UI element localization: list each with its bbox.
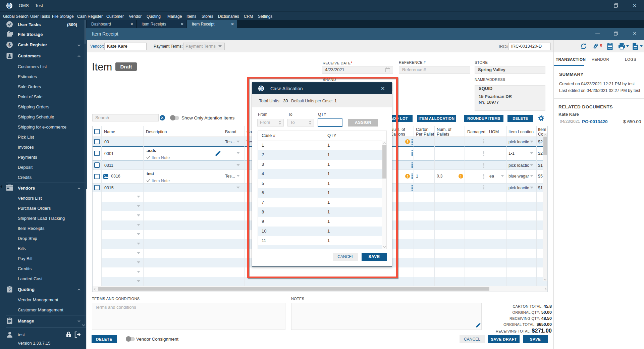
svg-text:?: ? [8,288,11,292]
svg-text:$: $ [8,42,11,47]
